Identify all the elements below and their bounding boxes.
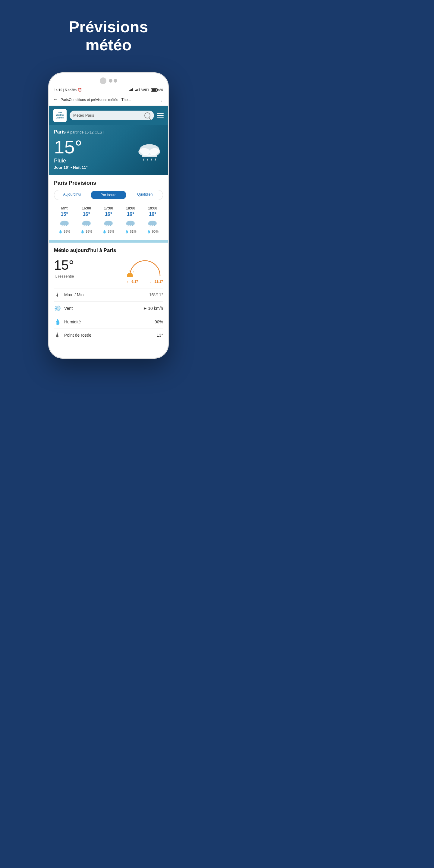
alarm-icon: ⏰ xyxy=(78,88,82,92)
detail-row-maxmin: 🌡 Max. / Min. 16°/11° xyxy=(54,288,163,302)
hour-rain-0: 💧 98% xyxy=(55,230,73,234)
phone-top xyxy=(49,73,168,87)
battery-percent: 80 xyxy=(159,88,163,92)
hour-label-2: 17:00 xyxy=(99,206,118,210)
sunset-time: 21:17 xyxy=(155,280,163,283)
svg-point-34 xyxy=(153,222,157,225)
hour-label-0: Mnt xyxy=(55,206,73,210)
signal-bar-7 xyxy=(137,89,138,91)
svg-point-1 xyxy=(138,148,150,156)
hour-cloud-icon-1 xyxy=(81,219,92,227)
signal-bar-2 xyxy=(130,90,131,91)
detail-label-humidity: Humidité xyxy=(64,319,81,324)
temperature-section: 15° Pluie Jour 16° • Nuit 11° xyxy=(54,138,88,170)
hourly-item-0: Mnt 15° 💧 98% xyxy=(54,204,75,236)
hour-label-4: 19:00 xyxy=(144,206,162,210)
detail-value-humidity: 90% xyxy=(155,319,163,324)
detail-label-maxmin: Max. / Min. xyxy=(64,292,85,297)
hour-rain-3: 💧 61% xyxy=(121,230,140,234)
signal-bar-8 xyxy=(138,88,140,91)
current-temperature: 15° xyxy=(54,138,88,156)
signal-bar-1 xyxy=(129,90,130,91)
weather-hero: Paris À partir de 15:12 CEST 15° Pluie J… xyxy=(49,125,168,175)
status-right: WiFi 80 xyxy=(129,88,163,92)
page-title: Prévisionsmétéo xyxy=(69,18,148,54)
sunset-arrow: ↓ xyxy=(150,280,152,283)
hour-temp-1: 16° xyxy=(77,212,96,217)
tab-quotidien[interactable]: Quotidien xyxy=(127,190,163,200)
thermometer-icon: 🌡 xyxy=(54,292,61,298)
detail-row-wind: 💨 Vent ➤ 10 km/h xyxy=(54,302,163,315)
hour-temp-3: 16° xyxy=(121,212,140,217)
weather-cloud-icon xyxy=(136,141,163,162)
browser-menu-button[interactable]: ⋮ xyxy=(159,96,164,103)
forecast-title: Paris Prévisions xyxy=(54,180,163,186)
sunrise-time: 6:17 xyxy=(131,280,138,283)
hour-rain-4: 💧 90% xyxy=(144,230,162,234)
hourly-forecast-row: Mnt 15° 💧 98% xyxy=(54,204,163,236)
sunrise-arrow: ↑ xyxy=(127,280,129,283)
dew-icon: 🌢 xyxy=(54,332,61,338)
today-title: Météo aujourd'hui à Paris xyxy=(54,247,163,253)
tab-aujourdhui[interactable]: Aujourd'hui xyxy=(54,190,90,200)
svg-point-38 xyxy=(127,273,133,277)
weather-channel-logo: The Weather Channel xyxy=(53,109,67,122)
humidity-icon: 💧 xyxy=(54,318,61,325)
today-feels-like: T. ressentie xyxy=(54,274,74,278)
forecast-section: Paris Prévisions Aujourd'hui Par heure Q… xyxy=(49,175,168,240)
signal-bar-5 xyxy=(135,90,136,91)
detail-left-wind: 💨 Vent xyxy=(54,305,73,312)
detail-left-maxmin: 🌡 Max. / Min. xyxy=(54,292,85,298)
svg-point-27 xyxy=(126,222,131,225)
hour-cloud-icon-0 xyxy=(59,219,70,227)
hourly-item-1: 16:00 16° 💧 98% xyxy=(76,204,97,236)
today-section: Météo aujourd'hui à Paris 15° T. ressent… xyxy=(49,243,168,347)
browser-url: ParisConditions et prévisions météo - Th… xyxy=(61,98,156,102)
detail-row-humidity: 💧 Humidité 90% xyxy=(54,315,163,329)
signal-bars-1 xyxy=(129,88,133,91)
status-left: 14:19 | 5.4KB/s ⏰ xyxy=(54,88,82,92)
svg-point-22 xyxy=(108,222,113,225)
hour-cloud-icon-3 xyxy=(125,219,136,227)
detail-left-humidity: 💧 Humidité xyxy=(54,318,81,325)
signal-bar-4 xyxy=(132,88,133,91)
tab-par-heure[interactable]: Par heure xyxy=(91,191,127,199)
hour-temp-2: 16° xyxy=(99,212,118,217)
sun-arc-svg xyxy=(127,258,163,277)
detail-left-dew: 🌢 Point de rosée xyxy=(54,332,91,338)
svg-point-21 xyxy=(104,222,108,225)
svg-line-7 xyxy=(155,158,156,161)
svg-line-5 xyxy=(147,158,148,161)
hamburger-line-3 xyxy=(157,117,164,118)
svg-point-28 xyxy=(130,222,135,225)
wifi-icon: WiFi xyxy=(141,88,149,92)
svg-line-40 xyxy=(133,272,133,273)
status-bar: 14:19 | 5.4KB/s ⏰ WiFi xyxy=(49,87,168,94)
today-main: 15° T. ressentie xyxy=(54,258,163,283)
weather-time-label: À partir de 15:12 CEST xyxy=(67,130,104,134)
detail-row-dew: 🌢 Point de rosée 13° xyxy=(54,329,163,342)
hour-rain-1: 💧 98% xyxy=(77,230,96,234)
battery-fill xyxy=(152,89,156,91)
svg-point-2 xyxy=(150,148,160,156)
svg-point-33 xyxy=(148,222,153,225)
battery-icon xyxy=(151,88,158,92)
search-icon[interactable] xyxy=(144,113,150,119)
hour-label-3: 18:00 xyxy=(121,206,140,210)
sun-times: ↑ 6:17 ↓ 21:17 xyxy=(127,280,163,283)
hour-cloud-icon-4 xyxy=(147,219,158,227)
hour-rain-2: 💧 88% xyxy=(99,230,118,234)
hamburger-menu-button[interactable] xyxy=(157,113,164,118)
app-content: The Weather Channel Météo Paris Paris xyxy=(49,106,168,347)
back-button[interactable]: ← xyxy=(53,96,58,103)
today-temp-section: 15° T. ressentie xyxy=(54,258,74,278)
signal-bar-3 xyxy=(131,89,132,91)
svg-point-16 xyxy=(87,222,91,225)
camera-dots xyxy=(109,79,117,83)
search-bar[interactable]: Météo Paris xyxy=(70,111,154,120)
wind-icon: 💨 xyxy=(54,305,61,312)
hour-temp-0: 15° xyxy=(55,212,73,217)
camera-main xyxy=(100,78,106,84)
svg-line-4 xyxy=(143,158,144,161)
camera-dot-2 xyxy=(114,79,117,83)
